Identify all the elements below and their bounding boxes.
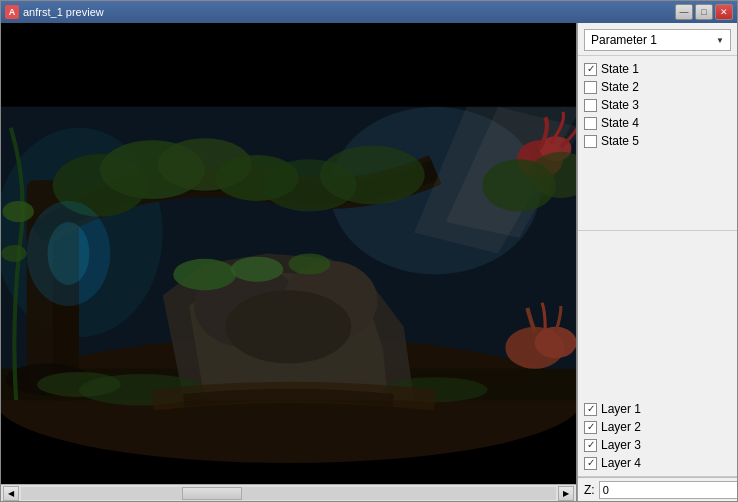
z-label: Z: <box>584 483 595 497</box>
layer-2-checkbox[interactable] <box>584 421 597 434</box>
layer-4-item[interactable]: Layer 4 <box>584 454 731 472</box>
state-1-label: State 1 <box>601 62 639 76</box>
state-4-checkbox[interactable] <box>584 117 597 130</box>
svg-point-20 <box>231 257 283 282</box>
app-icon: A <box>5 5 19 19</box>
svg-point-19 <box>173 259 236 290</box>
svg-point-15 <box>320 146 425 205</box>
right-panel: Parameter 1 ▼ State 1 State 2 State 3 <box>577 23 737 501</box>
parameter-dropdown[interactable]: Parameter 1 ▼ <box>584 29 731 51</box>
image-panel: ◀ ▶ <box>1 23 577 501</box>
state-5-label: State 5 <box>601 134 639 148</box>
spacer <box>578 231 737 397</box>
state-4-label: State 4 <box>601 116 639 130</box>
state-2-item[interactable]: State 2 <box>584 78 731 96</box>
layer-3-item[interactable]: Layer 3 <box>584 436 731 454</box>
state-3-item[interactable]: State 3 <box>584 96 731 114</box>
state-3-label: State 3 <box>601 98 639 112</box>
state-5-item[interactable]: State 5 <box>584 132 731 150</box>
state-1-checkbox[interactable] <box>584 63 597 76</box>
svg-point-18 <box>226 290 352 363</box>
main-window: A anfrst_1 preview — □ ✕ <box>0 0 738 502</box>
layer-1-label: Layer 1 <box>601 402 641 416</box>
svg-rect-0 <box>1 23 576 107</box>
scroll-track[interactable] <box>21 487 556 500</box>
window-title: anfrst_1 preview <box>23 6 104 18</box>
layer-1-item[interactable]: Layer 1 <box>584 400 731 418</box>
horizontal-scrollbar[interactable]: ◀ ▶ <box>1 484 576 501</box>
title-buttons: — □ ✕ <box>675 4 733 20</box>
layer-4-label: Layer 4 <box>601 456 641 470</box>
layer-3-checkbox[interactable] <box>584 439 597 452</box>
layers-section: Layer 1 Layer 2 Layer 3 Layer 4 <box>578 396 737 477</box>
maximize-button[interactable]: □ <box>695 4 713 20</box>
canvas-area[interactable] <box>1 23 576 484</box>
state-3-checkbox[interactable] <box>584 99 597 112</box>
layer-3-label: Layer 3 <box>601 438 641 452</box>
svg-point-21 <box>289 254 331 275</box>
layer-2-item[interactable]: Layer 2 <box>584 418 731 436</box>
states-section: State 1 State 2 State 3 State 4 State 5 <box>578 56 737 231</box>
svg-point-30 <box>2 201 33 222</box>
state-2-checkbox[interactable] <box>584 81 597 94</box>
main-content: ◀ ▶ Parameter 1 ▼ State 1 <box>1 23 737 501</box>
svg-point-31 <box>1 245 26 262</box>
close-button[interactable]: ✕ <box>715 4 733 20</box>
parameter-section: Parameter 1 ▼ <box>578 23 737 56</box>
scroll-left-button[interactable]: ◀ <box>3 486 19 501</box>
dropdown-arrow-icon: ▼ <box>716 36 724 45</box>
state-5-checkbox[interactable] <box>584 135 597 148</box>
scroll-thumb[interactable] <box>182 487 242 500</box>
parameter-label: Parameter 1 <box>591 33 657 47</box>
scroll-right-button[interactable]: ▶ <box>558 486 574 501</box>
title-bar-left: A anfrst_1 preview <box>5 5 104 19</box>
minimize-button[interactable]: — <box>675 4 693 20</box>
state-2-label: State 2 <box>601 80 639 94</box>
layer-1-checkbox[interactable] <box>584 403 597 416</box>
svg-point-33 <box>37 372 121 397</box>
forest-svg <box>1 23 576 484</box>
svg-point-23 <box>48 222 90 285</box>
layer-2-label: Layer 2 <box>601 420 641 434</box>
z-field-section: Z: ▲ ▼ <box>578 477 737 501</box>
state-1-item[interactable]: State 1 <box>584 60 731 78</box>
title-bar: A anfrst_1 preview — □ ✕ <box>1 1 737 23</box>
layer-4-checkbox[interactable] <box>584 457 597 470</box>
z-input[interactable] <box>599 481 737 499</box>
state-4-item[interactable]: State 4 <box>584 114 731 132</box>
